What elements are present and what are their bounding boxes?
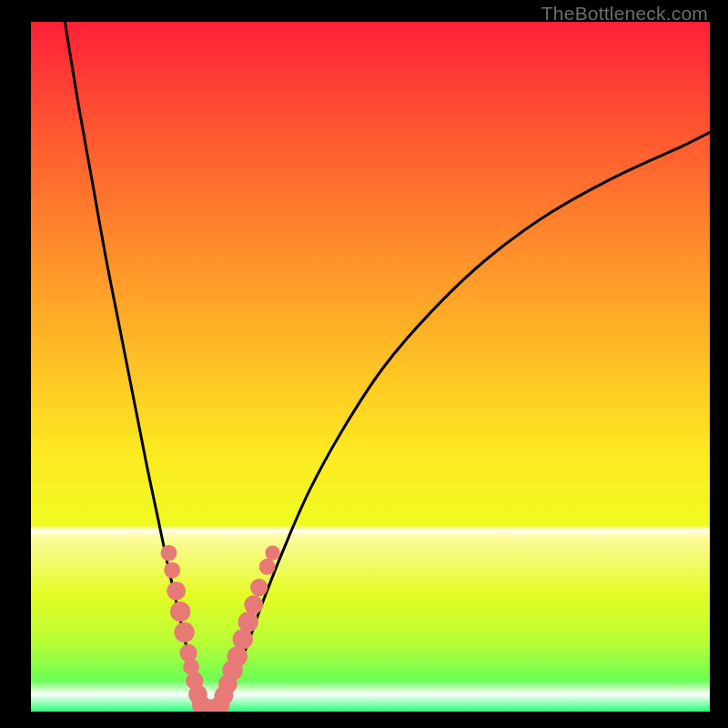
marker-left-2 <box>167 581 186 601</box>
marker-right-5 <box>233 629 253 649</box>
marker-right-9 <box>259 559 276 575</box>
marker-right-8 <box>250 579 268 596</box>
marker-left-3 <box>170 602 190 622</box>
marker-right-7 <box>244 595 263 614</box>
chart-svg <box>31 22 710 712</box>
curve-right-branch <box>217 132 710 712</box>
watermark-text: TheBottleneck.com <box>541 3 708 25</box>
marker-left-0 <box>160 545 177 561</box>
marker-left-1 <box>164 562 180 579</box>
marker-right-6 <box>238 612 258 632</box>
marker-left-4 <box>174 622 194 642</box>
marker-right-4 <box>228 646 248 666</box>
chart-frame: TheBottleneck.com <box>0 0 728 728</box>
plot-area <box>31 22 710 712</box>
marker-right-10 <box>265 545 279 560</box>
